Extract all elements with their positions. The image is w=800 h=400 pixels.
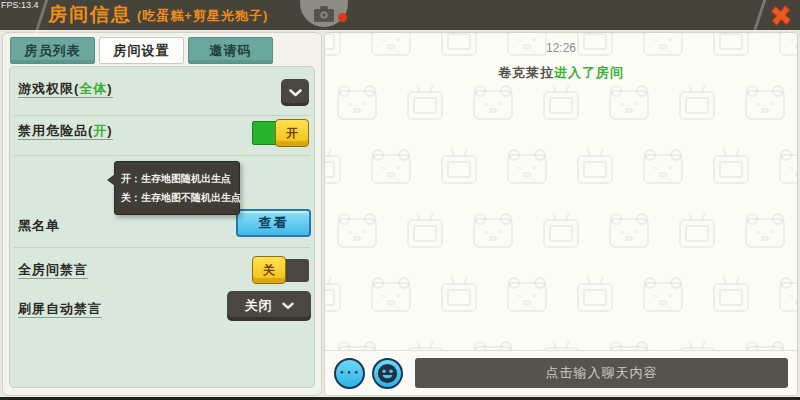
- toggle-handle: 开: [275, 119, 309, 147]
- toggle-handle: 关: [252, 256, 286, 284]
- chat-more-button[interactable]: ● ● ●: [334, 358, 365, 389]
- tab-bar: 房员列表 房间设置 邀请码: [10, 37, 273, 64]
- dangerous-items-label: 禁用危险品(开): [18, 122, 113, 140]
- chevron-down-icon: [282, 302, 294, 310]
- game-permission-value: 全体: [79, 81, 107, 96]
- close-icon: [766, 1, 796, 30]
- camera-icon: [314, 6, 334, 22]
- fps-counter: FPS:13.4: [1, 0, 39, 10]
- title-bar: 房间信息 (吃蛋糕+剪星光狍子): [0, 0, 800, 30]
- tab-room-settings[interactable]: 房间设置: [99, 37, 184, 64]
- page-title: 房间信息: [48, 2, 132, 28]
- chat-input-bar: ● ● ● 点击输入聊天内容: [325, 350, 797, 395]
- ellipsis-icon: ● ● ●: [340, 369, 359, 377]
- blacklist-view-button[interactable]: 查看: [236, 209, 311, 237]
- chat-emoji-button[interactable]: [372, 358, 403, 389]
- close-button[interactable]: [767, 2, 795, 29]
- smiley-icon: [376, 362, 399, 385]
- row-divider: [14, 247, 310, 248]
- settings-list: 游戏权限(全体) 禁用危险品(开) 开 开：生存地图随机出生点 关：生: [9, 66, 315, 388]
- toggle-track-off: [282, 259, 309, 282]
- room-settings-panel: 房员列表 房间设置 邀请码 游戏权限(全体) 禁用危险品(开) 开: [2, 32, 322, 396]
- tab-invite-code[interactable]: 邀请码: [188, 37, 273, 64]
- record-indicator-dot: [338, 13, 347, 22]
- room-info-window: 房间信息 (吃蛋糕+剪星光狍子) FPS:13.4 ? 房员列表 房间设置 邀请…: [0, 0, 800, 400]
- tooltip-line: 开：生存地图随机出生点: [121, 169, 233, 188]
- auto-mute-value: 关闭: [245, 297, 273, 315]
- room-mute-label: 全房间禁言: [18, 261, 88, 279]
- blacklist-label: 黑名单: [18, 217, 60, 235]
- chat-input[interactable]: 点击输入聊天内容: [415, 358, 788, 388]
- row-divider: [14, 155, 310, 156]
- toggle-tooltip: 开：生存地图随机出生点 关：生存地图不随机出生点: [114, 161, 240, 215]
- chat-username: 卷克莱拉: [498, 65, 554, 80]
- tooltip-line: 关：生存地图不随机出生点: [121, 188, 233, 207]
- game-permission-label: 游戏权限(全体): [18, 80, 113, 98]
- chat-join-action: 进入了房间: [554, 65, 624, 80]
- room-mute-toggle[interactable]: 关: [252, 256, 309, 285]
- dangerous-items-toggle[interactable]: 开: [252, 119, 309, 148]
- dangerous-items-value: 开: [93, 123, 107, 138]
- chat-join-message: 卷克莱拉进入了房间: [325, 64, 797, 82]
- chat-timestamp: 12:26: [325, 41, 797, 55]
- tab-member-list[interactable]: 房员列表: [10, 37, 95, 64]
- tooltip-arrow-left-icon: [107, 174, 115, 186]
- row-divider: [14, 115, 310, 116]
- auto-mute-label: 刷屏自动禁言: [18, 300, 102, 318]
- chevron-down-icon: [289, 89, 302, 97]
- chat-panel: 12:26 卷克莱拉进入了房间 ● ● ● 点击输入聊天内容: [324, 32, 798, 396]
- auto-mute-dropdown[interactable]: 关闭: [227, 291, 311, 321]
- titlebar-title-group: 房间信息 (吃蛋糕+剪星光狍子): [48, 0, 268, 30]
- titlebar-seam: [752, 0, 767, 35]
- game-permission-dropdown[interactable]: [281, 79, 309, 106]
- room-name-subtitle: (吃蛋糕+剪星光狍子): [137, 5, 268, 25]
